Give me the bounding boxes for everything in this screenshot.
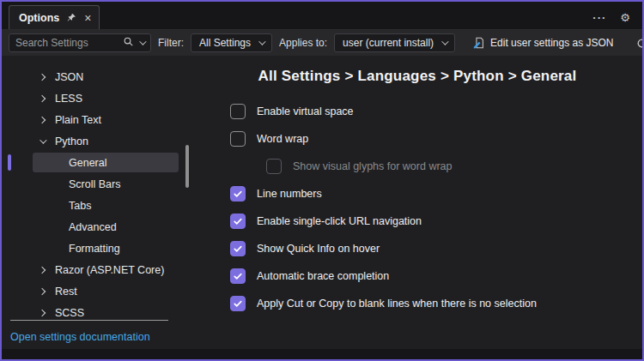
tree-item-json[interactable]: JSON <box>2 66 192 87</box>
checkbox-enable-virtual-space[interactable] <box>230 104 246 119</box>
tree-item-label: Advanced <box>69 221 117 233</box>
tree-item-less[interactable]: LESS <box>2 87 192 109</box>
tree-item-label: SCSS <box>55 307 84 319</box>
checkbox-show-visual-glyphs-for-word-wrap <box>266 159 282 174</box>
tree-item-advanced[interactable]: Advanced <box>2 216 192 238</box>
tree-item-label: Scroll Bars <box>69 178 120 190</box>
filter-dropdown-value: All Settings <box>199 37 251 49</box>
tree-item-plain-text[interactable]: Plain Text <box>2 109 192 130</box>
setting-label: Show Quick Info on hover <box>257 243 380 255</box>
close-icon[interactable]: × <box>84 12 91 24</box>
settings-tree: JSONLESSPlain TextPythonGeneralScroll Ba… <box>2 66 192 323</box>
scrollbar-thumb[interactable] <box>185 145 189 188</box>
filter-dropdown[interactable]: All Settings <box>191 33 272 52</box>
setting-row-show-quick-info-on-hover: Show Quick Info on hover <box>192 235 642 262</box>
chevron-right-icon[interactable] <box>39 266 46 273</box>
edit-json-icon <box>473 37 485 49</box>
setting-row-show-visual-glyphs-for-word-wrap: Show visual glyphs for word wrap <box>192 153 642 180</box>
chevron-right-icon[interactable] <box>39 94 46 101</box>
edit-json-label: Edit user settings as JSON <box>490 37 613 49</box>
tree-item-label: Python <box>55 135 88 147</box>
tree-item-scroll-bars[interactable]: Scroll Bars <box>2 173 192 195</box>
breadcrumb: All Settings > Languages > Python > Gene… <box>192 68 642 85</box>
setting-label: Word wrap <box>257 133 308 145</box>
content: JSONLESSPlain TextPythonGeneralScroll Ba… <box>2 56 642 349</box>
checkbox-line-numbers[interactable] <box>230 186 246 202</box>
tree-item-formatting[interactable]: Formatting <box>2 238 192 259</box>
tree-item-label: LESS <box>55 93 82 105</box>
tree-item-tabs[interactable]: Tabs <box>2 195 192 216</box>
more-icon[interactable]: ··· <box>592 12 606 23</box>
open-settings-documentation-link[interactable]: Open settings documentation <box>10 331 150 343</box>
chevron-down-icon[interactable] <box>39 136 46 143</box>
tree-item-label: Rest <box>55 286 77 298</box>
pin-icon[interactable] <box>67 13 76 22</box>
tree-item-general[interactable]: General <box>2 152 192 173</box>
setting-row-enable-single-click-url-navigation: Enable single-click URL navigation <box>192 208 642 235</box>
toolbar: Filter: All Settings Applies to: user (c… <box>2 30 642 56</box>
setting-row-line-numbers: Line numbers <box>192 180 642 208</box>
search-icon[interactable] <box>123 35 134 51</box>
titlebar-actions: ··· ⚙ <box>592 12 635 29</box>
checkbox-show-quick-info-on-hover[interactable] <box>230 241 246 256</box>
filter-label: Filter: <box>158 37 184 49</box>
bottom-strip <box>2 349 642 359</box>
tree-item-label: Tabs <box>69 200 91 212</box>
setting-label: Show visual glyphs for word wrap <box>293 160 453 172</box>
chevron-down-icon[interactable] <box>139 38 146 45</box>
sync-icon <box>636 38 644 49</box>
applies-to-dropdown-value: user (current install) <box>343 37 434 49</box>
divider <box>10 320 168 321</box>
setting-row-apply-cut-or-copy-to-blank-lines-when-there-is-no-selection: Apply Cut or Copy to blank lines when th… <box>192 290 642 317</box>
chevron-right-icon[interactable] <box>39 287 46 294</box>
tree-item-rest[interactable]: Rest <box>2 280 192 302</box>
checkbox-automatic-brace-completion[interactable] <box>230 268 246 284</box>
tree-item-label: Formatting <box>69 243 120 255</box>
tree-item-razor-asp-net-core[interactable]: Razor (ASP.NET Core) <box>2 259 192 280</box>
setting-label: Automatic brace completion <box>257 270 389 282</box>
main-panel: All Settings > Languages > Python > Gene… <box>192 56 642 349</box>
search-box[interactable] <box>9 33 151 52</box>
titlebar: Options × ··· ⚙ <box>2 2 642 30</box>
edit-json-button[interactable]: Edit user settings as JSON <box>469 34 617 51</box>
tree-item-label: Plain Text <box>55 114 101 126</box>
setting-label: Apply Cut or Copy to blank lines when th… <box>257 298 537 310</box>
setting-row-automatic-brace-completion: Automatic brace completion <box>192 262 642 290</box>
checkbox-apply-cut-or-copy-to-blank-lines-when-there-is-no-selection[interactable] <box>230 296 246 311</box>
tree-item-python[interactable]: Python <box>2 130 192 152</box>
applies-to-dropdown[interactable]: user (current install) <box>334 33 455 52</box>
tree-item-label: General <box>69 157 106 169</box>
tree-item-label: JSON <box>55 71 83 83</box>
chevron-right-icon[interactable] <box>39 116 46 123</box>
sidebar-footer: Open settings documentation <box>10 320 168 344</box>
applies-to-label: Applies to: <box>279 37 327 49</box>
search-input[interactable] <box>15 37 118 49</box>
sync-button[interactable]: Sync <box>632 34 644 51</box>
options-window: Options × ··· ⚙ Filter: <box>0 0 644 361</box>
gear-icon[interactable]: ⚙ <box>620 12 630 23</box>
tab-options[interactable]: Options × <box>9 5 100 29</box>
chevron-right-icon[interactable] <box>39 309 46 316</box>
checkbox-enable-single-click-url-navigation[interactable] <box>230 214 246 229</box>
tree-item-label: Razor (ASP.NET Core) <box>55 264 164 276</box>
setting-row-word-wrap: Word wrap <box>192 125 642 153</box>
chevron-down-icon <box>441 38 448 45</box>
chevron-down-icon <box>258 38 265 45</box>
setting-row-enable-virtual-space: Enable virtual space <box>192 98 642 125</box>
setting-label: Line numbers <box>257 188 322 200</box>
setting-label: Enable single-click URL navigation <box>257 215 422 227</box>
sidebar: JSONLESSPlain TextPythonGeneralScroll Ba… <box>2 56 192 349</box>
tab-title: Options <box>19 12 59 24</box>
sidebar-scrollbar[interactable] <box>185 145 189 239</box>
chevron-right-icon[interactable] <box>39 73 46 80</box>
setting-label: Enable virtual space <box>257 105 354 117</box>
checkbox-word-wrap[interactable] <box>230 131 246 147</box>
settings-list: Enable virtual spaceWord wrapShow visual… <box>192 98 642 317</box>
